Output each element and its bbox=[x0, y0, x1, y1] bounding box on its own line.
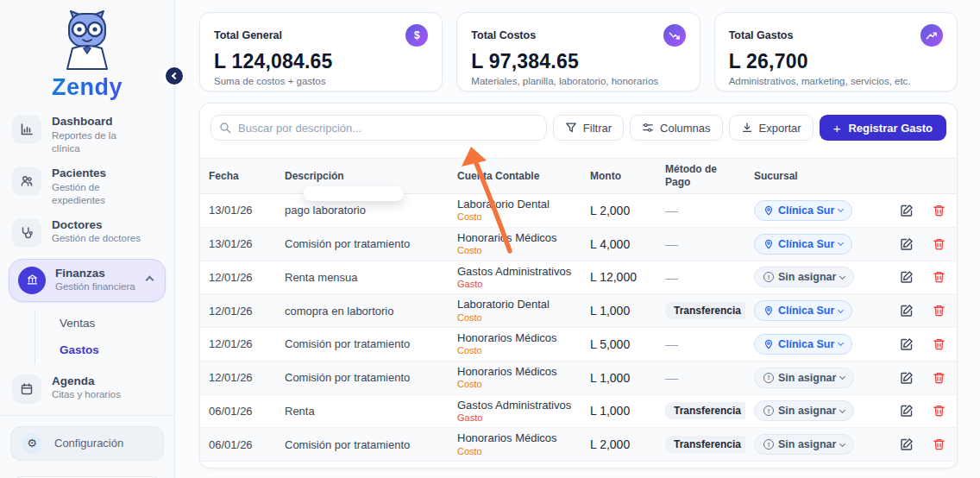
sidebar-collapse-button[interactable] bbox=[164, 66, 185, 86]
branch-pill[interactable]: !Sin asignar bbox=[754, 267, 854, 287]
cell-date: 12/01/26 bbox=[200, 328, 276, 361]
cell-description bbox=[276, 462, 449, 469]
settings-button[interactable]: ⚙ Configuración bbox=[10, 426, 164, 461]
account-name: Honorarios Médicos bbox=[457, 232, 557, 244]
nav-label: Doctores bbox=[52, 218, 141, 233]
sidebar-item-dashboard[interactable]: Dashboard Reportes de la clínica bbox=[12, 115, 162, 155]
table-row[interactable]: 06/01/26 Renta Gastos Administrativos Ga… bbox=[200, 395, 957, 429]
card-total-costos: Total Costos L 97,384.65 Materiales, pla… bbox=[456, 12, 700, 91]
edit-button[interactable] bbox=[900, 337, 914, 351]
edit-icon bbox=[900, 237, 914, 251]
card-value: L 26,700 bbox=[729, 50, 943, 73]
chevron-up-icon bbox=[146, 276, 154, 285]
dollar-icon: $ bbox=[405, 24, 428, 47]
summary-cards: Total General $ L 124,084.65 Suma de cos… bbox=[199, 12, 958, 91]
branch-pill[interactable]: !Sin asignar bbox=[754, 400, 854, 421]
cell-description: Renta bbox=[276, 395, 449, 428]
nav-sublabel: Gestión de doctores bbox=[52, 232, 141, 245]
export-label: Exportar bbox=[759, 122, 801, 135]
table-row[interactable]: 12/01/26 comopra en labortorio Laborator… bbox=[200, 294, 957, 328]
delete-button[interactable] bbox=[933, 204, 945, 217]
branch-label: Sin asignar bbox=[778, 271, 836, 283]
edit-icon bbox=[900, 337, 914, 351]
filter-button[interactable]: Filtrar bbox=[553, 115, 624, 141]
nav-label: Dashboard bbox=[52, 115, 147, 129]
search-input[interactable] bbox=[210, 115, 547, 141]
account-name: Gastos Administrativos bbox=[457, 399, 571, 412]
table-row[interactable]: 12/01/26 Renta mensua Gastos Administrat… bbox=[200, 261, 957, 295]
edit-button[interactable] bbox=[900, 204, 914, 217]
col-actions bbox=[883, 159, 957, 193]
columns-button[interactable]: Columnas bbox=[630, 115, 723, 141]
no-method-dash: — bbox=[665, 236, 678, 251]
bank-icon bbox=[18, 267, 46, 294]
delete-button[interactable] bbox=[933, 371, 945, 385]
patients-icon bbox=[12, 167, 41, 196]
edit-button[interactable] bbox=[900, 237, 914, 251]
delete-button[interactable] bbox=[933, 237, 945, 251]
cell-amount: L 12,000 bbox=[581, 261, 656, 294]
cell-actions bbox=[883, 261, 957, 294]
chevron-down-icon bbox=[839, 374, 845, 380]
cell-account: Laboratorio Dental Costo bbox=[449, 294, 581, 327]
table-row[interactable]: 12/01/26 Comisión por tratamiento Honora… bbox=[200, 362, 957, 395]
cell-amount: L 5,000 bbox=[581, 328, 656, 361]
payment-method-badge: Transferencia bbox=[665, 436, 745, 453]
sidebar-item-agenda[interactable]: Agenda Citas y horarios bbox=[12, 374, 162, 404]
delete-button[interactable] bbox=[933, 270, 945, 284]
branch-pill[interactable]: !Sin asignar bbox=[754, 434, 854, 455]
sidebar: Zendy Dashboard Reportes de la clínica bbox=[0, 0, 175, 478]
cell-amount: L 2,000 bbox=[581, 194, 656, 227]
sidebar-item-doctores[interactable]: Doctores Gestión de doctores bbox=[12, 218, 162, 248]
cell-payment-method: — bbox=[656, 194, 745, 227]
table-row[interactable]: 13/01/26 Comisión por tratamiento Honora… bbox=[200, 228, 957, 261]
delete-button[interactable] bbox=[933, 304, 945, 318]
export-button[interactable]: Exportar bbox=[729, 115, 814, 141]
cell-payment-method: — bbox=[656, 261, 745, 294]
branch-pill[interactable] bbox=[754, 468, 833, 469]
alert-icon: ! bbox=[763, 373, 774, 383]
sidebar-subitem-gastos[interactable]: Gastos bbox=[60, 337, 162, 364]
cell-actions bbox=[883, 395, 957, 428]
branch-pill[interactable]: Clínica Sur bbox=[754, 200, 852, 221]
table-row[interactable]: Materiales e Insumos bbox=[200, 462, 957, 469]
chevron-left-icon bbox=[172, 72, 179, 79]
location-pin-icon bbox=[763, 239, 774, 249]
table-row[interactable]: 12/01/26 Comisión por tratamiento Honora… bbox=[200, 328, 957, 362]
delete-button[interactable] bbox=[933, 437, 945, 451]
branch-pill[interactable]: !Sin asignar bbox=[754, 368, 854, 388]
card-title: Total Costos bbox=[471, 29, 536, 41]
delete-button[interactable] bbox=[933, 337, 945, 351]
cell-actions bbox=[883, 294, 957, 327]
sidebar-item-pacientes[interactable]: Pacientes Gestión de expedientes bbox=[12, 167, 162, 207]
edit-button[interactable] bbox=[900, 404, 914, 418]
branch-pill[interactable]: Clínica Sur bbox=[754, 234, 852, 255]
cell-actions bbox=[883, 362, 957, 394]
cell-date: 13/01/26 bbox=[200, 228, 276, 261]
edit-button[interactable] bbox=[900, 437, 914, 451]
cell-amount: L 1,000 bbox=[581, 395, 656, 428]
sidebar-subitem-ventas[interactable]: Ventas bbox=[60, 311, 162, 337]
edit-button[interactable] bbox=[900, 304, 914, 318]
account-type: Costo bbox=[457, 345, 482, 355]
account-type: Costo bbox=[457, 245, 482, 255]
edit-button[interactable] bbox=[900, 270, 914, 284]
expenses-panel: Filtrar Columnas Exportar + Registrar Ga… bbox=[199, 103, 958, 469]
register-expense-button[interactable]: + Registrar Gasto bbox=[820, 115, 946, 141]
cell-description: comopra en labortorio bbox=[276, 294, 449, 327]
chevron-down-icon bbox=[839, 441, 845, 447]
card-total-gastos: Total Gastos L 26,700 Administrativos, m… bbox=[714, 12, 958, 91]
cell-payment-method: Transferencia bbox=[656, 395, 745, 428]
delete-button[interactable] bbox=[933, 404, 945, 418]
plus-icon: + bbox=[833, 121, 841, 135]
table-row[interactable]: 06/01/26 Comisión por tratamiento Honora… bbox=[200, 428, 957, 462]
branch-pill[interactable]: Clínica Sur bbox=[754, 334, 852, 355]
edit-button[interactable] bbox=[900, 371, 914, 385]
trend-up-icon bbox=[920, 24, 943, 47]
branch-label: Clínica Sur bbox=[778, 338, 834, 350]
filter-label: Filtrar bbox=[583, 122, 612, 135]
cell-actions bbox=[883, 194, 957, 227]
account-name: Honorarios Médicos bbox=[457, 332, 557, 344]
sidebar-item-finanzas[interactable]: Finanzas Gestión financiera bbox=[9, 259, 166, 302]
branch-pill[interactable]: Clínica Sur bbox=[754, 300, 852, 321]
